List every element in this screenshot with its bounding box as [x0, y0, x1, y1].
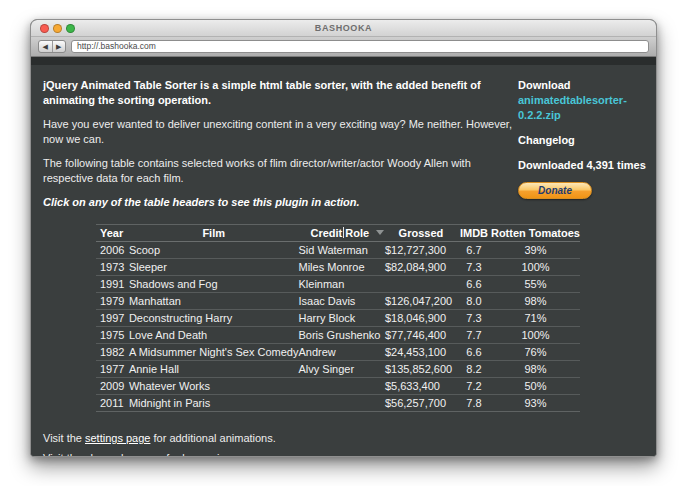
cell-rotten-tomatoes: 39% — [491, 242, 580, 259]
cell-year: 1997 — [96, 310, 129, 327]
window-titlebar[interactable]: BASHOOKA — [31, 20, 656, 37]
cell-grossed: $12,727,300 — [385, 242, 457, 259]
film-table: Year Film CreditRole Grossed IMDB Rotten… — [96, 224, 580, 412]
cell-credit-role: Boris Grushenko — [299, 327, 385, 344]
browser-toolbar: ◀ ▶ http://.bashooka.com — [31, 37, 656, 57]
browser-window: BASHOOKA ◀ ▶ http://.bashooka.com jQuery… — [30, 19, 657, 457]
changelog-link[interactable]: Changelog — [518, 133, 656, 148]
cell-imdb: 7.8 — [457, 395, 491, 412]
cell-grossed: $24,453,100 — [385, 344, 457, 361]
download-heading: Download — [518, 78, 656, 93]
cell-year: 2009 — [96, 378, 129, 395]
table-header-row: Year Film CreditRole Grossed IMDB Rotten… — [96, 225, 580, 242]
cell-film: Manhattan — [129, 293, 299, 310]
cell-imdb: 8.2 — [457, 361, 491, 378]
cell-film: Deconstructing Harry — [129, 310, 299, 327]
donate-button[interactable]: Donate — [518, 182, 592, 199]
paragraph-table-desc: The following table contains selected wo… — [43, 156, 517, 186]
cell-grossed: $135,852,600 — [385, 361, 457, 378]
column-header-credit-role[interactable]: CreditRole — [299, 225, 385, 242]
table-row: 1991Shadows and FogKleinman6.655% — [96, 276, 580, 293]
cell-rotten-tomatoes: 100% — [491, 327, 580, 344]
cell-film: Scoop — [129, 242, 299, 259]
table-row: 1975Love And DeathBoris Grushenko$77,746… — [96, 327, 580, 344]
cell-rotten-tomatoes: 71% — [491, 310, 580, 327]
cell-imdb: 6.7 — [457, 242, 491, 259]
minimize-button[interactable] — [53, 24, 62, 33]
url-input[interactable]: http://.bashooka.com — [71, 40, 649, 53]
cta-text: Click on any of the table headers to see… — [43, 195, 517, 210]
cell-rotten-tomatoes: 98% — [491, 293, 580, 310]
sort-descending-icon — [376, 230, 384, 235]
changelog-footer: Visit the changelog page for known issue… — [43, 451, 248, 457]
cell-film: Midnight in Paris — [129, 395, 299, 412]
cell-grossed: $18,046,900 — [385, 310, 457, 327]
table-row: 1973SleeperMiles Monroe$82,084,9007.3100… — [96, 259, 580, 276]
cell-film: Love And Death — [129, 327, 299, 344]
cell-film: A Midsummer Night's Sex Comedy — [129, 344, 299, 361]
column-header-rotten-tomatoes[interactable]: Rotten Tomatoes — [491, 225, 580, 242]
paragraph-exciting: Have you ever wanted to deliver unexciti… — [43, 117, 517, 147]
cell-credit-role: Andrew — [299, 344, 385, 361]
table-row: 2011Midnight in Paris$56,257,7007.893% — [96, 395, 580, 412]
page-header-strip — [31, 57, 656, 65]
column-header-grossed[interactable]: Grossed — [385, 225, 457, 242]
page-content: jQuery Animated Table Sorter is a simple… — [31, 57, 656, 457]
cell-credit-role: Kleinman — [299, 276, 385, 293]
settings-page-link[interactable]: settings page — [85, 432, 150, 444]
cell-year: 1973 — [96, 259, 129, 276]
cell-grossed: $82,084,900 — [385, 259, 457, 276]
table-row: 1977Annie HallAlvy Singer$135,852,6008.2… — [96, 361, 580, 378]
settings-footer: Visit the settings page for additional a… — [43, 431, 276, 446]
table-row: 1997Deconstructing HarryHarry Block$18,0… — [96, 310, 580, 327]
cell-rotten-tomatoes: 98% — [491, 361, 580, 378]
cell-credit-role — [299, 378, 385, 395]
main-column: jQuery Animated Table Sorter is a simple… — [43, 78, 517, 412]
cell-grossed: $56,257,700 — [385, 395, 457, 412]
cell-year: 1977 — [96, 361, 129, 378]
column-header-year[interactable]: Year — [96, 225, 129, 242]
forward-button[interactable]: ▶ — [53, 41, 66, 52]
cell-imdb: 7.3 — [457, 259, 491, 276]
cell-film: Sleeper — [129, 259, 299, 276]
cell-rotten-tomatoes: 93% — [491, 395, 580, 412]
window-controls — [40, 24, 75, 33]
screenshot-stage: BASHOOKA ◀ ▶ http://.bashooka.com jQuery… — [0, 0, 690, 486]
cell-grossed: $5,633,400 — [385, 378, 457, 395]
cell-credit-role: Harry Block — [299, 310, 385, 327]
cell-rotten-tomatoes: 50% — [491, 378, 580, 395]
cell-credit-role: Miles Monroe — [299, 259, 385, 276]
back-icon: ◀ — [43, 43, 48, 51]
cell-imdb: 8.0 — [457, 293, 491, 310]
back-button[interactable]: ◀ — [39, 41, 53, 52]
cell-rotten-tomatoes: 100% — [491, 259, 580, 276]
cell-year: 2006 — [96, 242, 129, 259]
cell-credit-role: Sid Waterman — [299, 242, 385, 259]
forward-icon: ▶ — [56, 43, 61, 51]
cell-rotten-tomatoes: 55% — [491, 276, 580, 293]
cell-imdb: 7.7 — [457, 327, 491, 344]
cell-year: 1982 — [96, 344, 129, 361]
cell-credit-role — [299, 395, 385, 412]
close-button[interactable] — [40, 24, 49, 33]
cell-rotten-tomatoes: 76% — [491, 344, 580, 361]
film-table-body: 2006ScoopSid Waterman$12,727,3006.739%19… — [96, 242, 580, 412]
cell-grossed — [385, 276, 457, 293]
nav-buttons: ◀ ▶ — [38, 40, 66, 53]
intro-text: jQuery Animated Table Sorter is a simple… — [43, 78, 517, 108]
cell-year: 1975 — [96, 327, 129, 344]
cell-imdb: 7.3 — [457, 310, 491, 327]
download-zip-link[interactable]: animatedtablesorter-0.2.2.zip — [518, 93, 656, 123]
column-header-imdb[interactable]: IMDB — [457, 225, 491, 242]
cell-grossed: $77,746,400 — [385, 327, 457, 344]
cell-imdb: 7.2 — [457, 378, 491, 395]
cell-film: Shadows and Fog — [129, 276, 299, 293]
cell-credit-role: Isaac Davis — [299, 293, 385, 310]
table-row: 2009Whatever Works$5,633,4007.250% — [96, 378, 580, 395]
window-title: BASHOOKA — [31, 20, 656, 37]
zoom-button[interactable] — [66, 24, 75, 33]
cell-credit-role: Alvy Singer — [299, 361, 385, 378]
table-row: 2006ScoopSid Waterman$12,727,3006.739% — [96, 242, 580, 259]
column-header-film[interactable]: Film — [129, 225, 299, 242]
cell-year: 2011 — [96, 395, 129, 412]
